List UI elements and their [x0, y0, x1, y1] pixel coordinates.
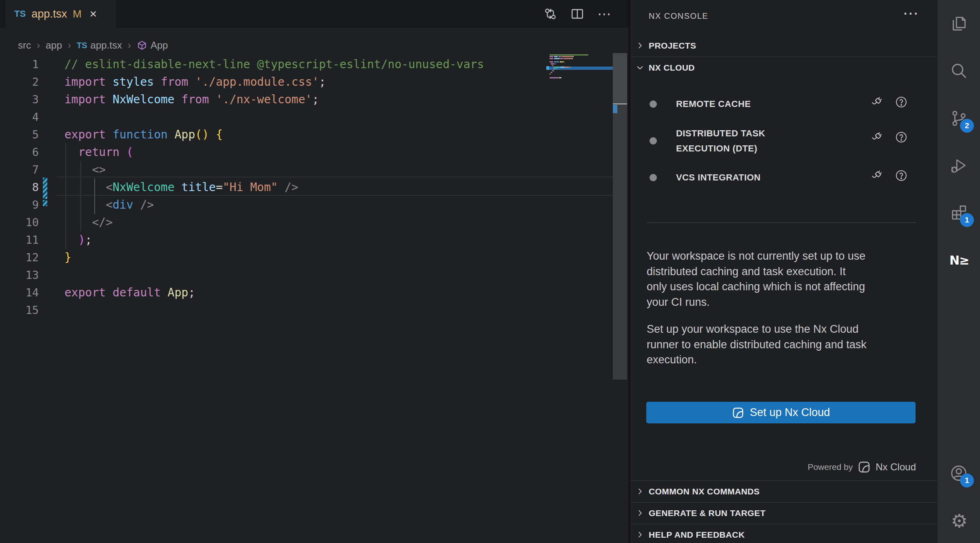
help-circle-icon[interactable] [895, 169, 909, 183]
activity-item-search[interactable] [949, 61, 969, 81]
line-number: 9 [0, 196, 39, 214]
ts-file-icon: TS [14, 9, 26, 19]
cloud-item-distributed-task[interactable]: DISTRIBUTED TASK EXECUTION (DTE) [630, 126, 937, 156]
line-number: 10 [0, 214, 39, 231]
chevron-right-icon [636, 41, 645, 50]
breadcrumb-separator: › [68, 40, 71, 51]
code-line-15[interactable]: 15 [0, 301, 628, 319]
code-line-9[interactable]: 9 <div /> [0, 196, 628, 214]
minimap-line [550, 72, 552, 73]
line-number: 14 [0, 284, 39, 301]
cloud-item-remote-cache[interactable]: REMOTE CACHE [630, 92, 937, 116]
chevron-right-icon [636, 487, 645, 496]
code-text: export function App() { [64, 126, 223, 143]
breadcrumb-item-src[interactable]: src [18, 40, 31, 51]
code-line-7[interactable]: 7 <> [0, 161, 628, 178]
panel-title: NX CONSOLE [649, 11, 708, 21]
cloud-item-label: REMOTE CACHE [676, 97, 751, 112]
badge: 1 [960, 213, 974, 227]
activity-item-account[interactable]: 1 [949, 464, 969, 483]
chevron-right-icon [636, 509, 645, 518]
minimap-line [550, 67, 571, 68]
powered-by-label: Powered by [807, 462, 853, 472]
help-circle-icon[interactable] [895, 96, 909, 109]
scrollbar-thumb[interactable] [613, 53, 627, 104]
code-line-11[interactable]: 11 ); [0, 231, 628, 249]
nx-console-logo-icon: N≥ [949, 250, 969, 270]
panel-more-icon[interactable]: ⋯ [903, 4, 919, 22]
more-actions-icon[interactable]: ⋯ [596, 6, 612, 22]
cloud-item-label: DISTRIBUTED TASK EXECUTION (DTE) [676, 126, 765, 156]
code-line-3[interactable]: 3import NxWelcome from './nx-welcome'; [0, 91, 628, 108]
activity-item-extensions[interactable]: 1 [949, 203, 969, 223]
explorer-icon [949, 27, 968, 34]
tab-label: app.tsx [31, 8, 67, 20]
breadcrumb-item-app-tsx[interactable]: TSapp.tsx [77, 40, 122, 51]
line-number: 4 [0, 108, 39, 126]
help-circle-icon[interactable] [895, 131, 909, 145]
breadcrumb: src›app›TSapp.tsx›App [18, 38, 168, 53]
activity-item-run-debug[interactable] [949, 156, 969, 176]
editor-scrollbar[interactable] [613, 53, 627, 380]
line-number: 1 [0, 56, 39, 73]
code-text: import NxWelcome from './nx-welcome'; [64, 91, 319, 108]
section-label: COMMON NX COMMANDS [649, 487, 760, 496]
code-line-4[interactable]: 4 [0, 108, 628, 126]
close-icon[interactable]: × [90, 7, 97, 21]
status-dot-icon [650, 174, 657, 181]
code-line-13[interactable]: 13 [0, 266, 628, 284]
ts-file-icon: TS [77, 41, 87, 50]
vscode-window: TS app.tsx M × ⋯ src›a [0, 0, 980, 543]
code-line-8[interactable]: 8 <NxWelcome title="Hi Mom" /> [0, 178, 628, 196]
divider [647, 223, 916, 223]
breadcrumb-label: app.tsx [91, 40, 122, 51]
breadcrumb-label: app [46, 40, 62, 51]
split-editor-icon[interactable] [570, 6, 585, 22]
activity-item-source-control[interactable]: 2 [949, 109, 969, 129]
breadcrumb-item-app[interactable]: App [137, 40, 168, 51]
connect-plug-icon[interactable] [870, 96, 884, 109]
setup-hint-text: Set up your workspace to use the Nx Clou… [647, 322, 921, 368]
connect-plug-icon[interactable] [870, 169, 884, 183]
section-label: PROJECTS [649, 41, 696, 51]
cloud-item-vcs-integration[interactable]: VCS INTEGRATION [630, 165, 937, 190]
code-text: <div /> [64, 196, 154, 214]
breadcrumb-separator: › [128, 40, 131, 51]
activity-item-nx-console[interactable]: N≥ [949, 250, 969, 270]
breadcrumb-item-app[interactable]: app [46, 40, 62, 51]
code-line-10[interactable]: 10 </> [0, 214, 628, 231]
line-number: 13 [0, 266, 39, 284]
activity-item-settings[interactable]: ⚙ [949, 511, 969, 531]
open-changes-icon[interactable] [543, 6, 558, 22]
code-line-5[interactable]: 5export function App() { [0, 126, 628, 143]
section-header-generate-run-target[interactable]: GENERATE & RUN TARGET [630, 502, 937, 524]
status-dot-icon [650, 100, 657, 108]
section-label: HELP AND FEEDBACK [649, 530, 745, 540]
code-text: } [64, 249, 71, 266]
code-line-12[interactable]: 12} [0, 249, 628, 266]
chevron-down-icon [636, 63, 645, 72]
modified-badge: M [73, 8, 82, 20]
minimap[interactable] [550, 54, 612, 81]
minimap-line [550, 65, 553, 66]
section-header-projects[interactable]: PROJECTS [630, 35, 937, 56]
code-line-6[interactable]: 6 return ( [0, 143, 628, 161]
section-header-nx-cloud[interactable]: NX CLOUD [630, 57, 937, 78]
code-line-1[interactable]: 1// eslint-disable-next-line @typescript… [0, 56, 628, 73]
code-text: import styles from './app.module.css'; [64, 73, 326, 91]
section-label: GENERATE & RUN TARGET [649, 508, 765, 518]
connect-plug-icon[interactable] [870, 131, 884, 145]
setup-nx-cloud-button[interactable]: Set up Nx Cloud [646, 402, 916, 423]
line-number: 5 [0, 126, 39, 143]
workspace-status-text: Your workspace is not currently set up t… [647, 249, 921, 310]
minimap-line [550, 68, 558, 69]
section-header-common-nx-commands[interactable]: COMMON NX COMMANDS [630, 481, 937, 502]
section-label: NX CLOUD [649, 63, 695, 73]
tab-app-tsx[interactable]: TS app.tsx M × [5, 0, 116, 28]
activity-item-explorer[interactable] [949, 14, 969, 33]
code-line-14[interactable]: 14export default App; [0, 284, 628, 301]
breadcrumb-label: src [18, 40, 31, 51]
section-header-help-and-feedback[interactable]: HELP AND FEEDBACK [630, 524, 937, 543]
badge: 1 [960, 474, 974, 487]
code-line-2[interactable]: 2import styles from './app.module.css'; [0, 73, 628, 91]
